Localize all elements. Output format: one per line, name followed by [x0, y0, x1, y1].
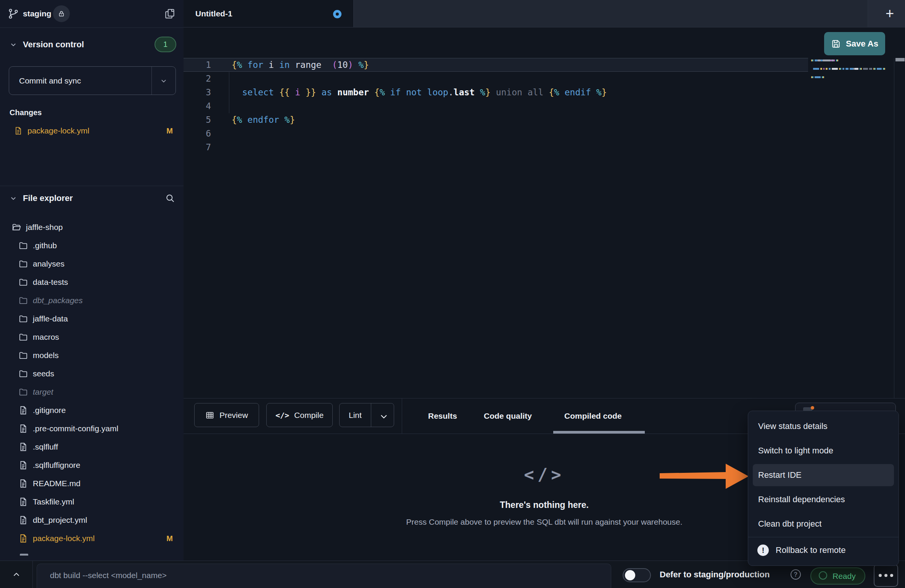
- alert-icon: !: [757, 545, 769, 556]
- menu-item-switch-to-light-mode[interactable]: Switch to light mode: [748, 439, 899, 463]
- tree-item-analyses[interactable]: analyses: [0, 255, 184, 273]
- tree-item-seeds[interactable]: seeds: [0, 365, 184, 383]
- chevron-down-icon: [10, 195, 17, 202]
- tab-compiled-code[interactable]: Compiled code: [564, 398, 622, 434]
- tree-item-label: .sqlfluffignore: [33, 461, 81, 470]
- menu-item-clean-dbt-project[interactable]: Clean dbt project: [748, 512, 899, 536]
- ide-options-menu: View status detailsSwitch to light modeR…: [748, 411, 899, 566]
- chevron-down-icon[interactable]: [379, 412, 386, 419]
- more-options-button[interactable]: [874, 564, 898, 587]
- chevron-up-icon: [12, 570, 21, 579]
- preview-label: Preview: [219, 411, 248, 420]
- file-explorer-header[interactable]: File explorer: [0, 189, 184, 207]
- line-content: {% for i in range (10) %}: [232, 60, 369, 70]
- button-divider: [151, 67, 152, 95]
- command-input[interactable]: dbt build --select <model_name>: [37, 564, 611, 588]
- folder-icon: [18, 350, 28, 360]
- commit-and-sync-button[interactable]: Commit and sync: [9, 66, 176, 95]
- tree-item-models[interactable]: models: [0, 346, 184, 365]
- tree-item-jaffle-data[interactable]: jaffle-data: [0, 310, 184, 328]
- tree-item-.sqlfluff[interactable]: .sqlfluff: [0, 438, 184, 456]
- tree-item-.pre-commit-config.yaml[interactable]: .pre-commit-config.yaml: [0, 419, 184, 438]
- line-number: 1: [184, 60, 211, 70]
- command-placeholder: dbt build --select <model_name>: [50, 564, 167, 587]
- tree-item-target[interactable]: target: [0, 383, 184, 401]
- preview-button[interactable]: Preview: [194, 403, 259, 427]
- minimap[interactable]: [811, 59, 892, 80]
- branch-header: staging: [0, 0, 184, 28]
- file-icon: [18, 515, 28, 525]
- new-tab-button[interactable]: +: [881, 5, 898, 22]
- file-icon: [18, 424, 28, 434]
- code-line-1[interactable]: 1{% for i in range (10) %}: [184, 58, 808, 72]
- minimap-line: [811, 59, 892, 64]
- code-line-5[interactable]: 5{% endfor %}: [184, 113, 808, 127]
- menu-item-restart-ide[interactable]: Restart IDE: [753, 464, 894, 486]
- tree-item-label: jaffle-data: [33, 314, 68, 323]
- tab-results[interactable]: Results: [428, 398, 457, 434]
- tree-item-package-lock.yml[interactable]: package-lock.ymlM: [0, 529, 184, 548]
- tree-item-macros[interactable]: macros: [0, 328, 184, 346]
- tree-item-label: Taskfile.yml: [33, 497, 74, 506]
- tree-item-dbt_packages[interactable]: dbt_packages: [0, 291, 184, 310]
- folder-icon: [18, 259, 28, 269]
- tab-code-quality[interactable]: Code quality: [484, 398, 532, 434]
- branch-name[interactable]: staging: [23, 0, 52, 27]
- unsaved-changes-dot-icon: [333, 10, 341, 18]
- tree-item-Taskfile.yml[interactable]: Taskfile.yml: [0, 493, 184, 511]
- tree-item-label: .sqlfluff: [33, 442, 58, 451]
- expand-command-bar-button[interactable]: [0, 561, 33, 588]
- changes-count-badge: 1: [155, 37, 176, 52]
- file-icon: [18, 497, 28, 507]
- tree-item-dbt_project.yml[interactable]: dbt_project.yml: [0, 511, 184, 529]
- menu-item-view-status-details[interactable]: View status details: [748, 414, 899, 439]
- folder-open-icon: [11, 222, 21, 232]
- tree-item-.gitignore[interactable]: .gitignore: [0, 401, 184, 419]
- code-line-2[interactable]: 2: [184, 72, 808, 85]
- code-editor[interactable]: 1{% for i in range (10) %}23 select {{ i…: [184, 27, 905, 398]
- tree-item-label: jaffle-shop: [26, 223, 63, 232]
- lint-button[interactable]: Lint: [339, 403, 394, 427]
- table-icon: [205, 411, 214, 420]
- notification-dot-icon: [811, 406, 814, 410]
- ellipsis-icon: [879, 574, 882, 577]
- status-badge[interactable]: Ready: [810, 567, 865, 585]
- editor-scrollbar-thumb[interactable]: [895, 58, 905, 61]
- tree-item-label: analyses: [33, 259, 64, 268]
- button-divider: [371, 403, 371, 427]
- tree-item-jaffle-shop[interactable]: jaffle-shop: [0, 218, 184, 236]
- minimap-line: [811, 72, 892, 76]
- status-ring-icon: [819, 571, 827, 580]
- menu-item-reinstall-dependencies[interactable]: Reinstall dependencies: [748, 487, 899, 512]
- defer-toggle[interactable]: [623, 568, 651, 582]
- compile-button[interactable]: </> Compile: [266, 403, 333, 427]
- code-line-4[interactable]: 4: [184, 99, 808, 113]
- help-icon[interactable]: ?: [791, 569, 801, 580]
- tree-item-.github[interactable]: .github: [0, 236, 184, 255]
- file-icon: [18, 533, 28, 543]
- save-as-button[interactable]: Save As: [824, 32, 885, 55]
- modified-badge: M: [166, 534, 173, 543]
- copy-icon[interactable]: [164, 8, 176, 19]
- menu-item-rollback-to-remote[interactable]: !Rollback to remote: [748, 538, 899, 562]
- line-number: 3: [184, 87, 211, 97]
- folder-icon: [18, 277, 28, 287]
- code-line-7[interactable]: 7: [184, 140, 808, 154]
- line-number: 2: [184, 74, 211, 84]
- tree-item-.sqlfluffignore[interactable]: .sqlfluffignore: [0, 456, 184, 474]
- tree-item-data-tests[interactable]: data-tests: [0, 273, 184, 291]
- tree-item-label: package-lock.yml: [33, 534, 95, 543]
- search-icon[interactable]: [165, 193, 176, 204]
- changes-heading: Changes: [10, 108, 42, 117]
- tree-item-label: macros: [33, 333, 59, 342]
- chevron-down-icon[interactable]: [160, 77, 167, 84]
- tab-untitled-1[interactable]: Untitled-1: [184, 0, 354, 27]
- lint-label: Lint: [349, 411, 362, 420]
- tree-item-README.md[interactable]: README.md: [0, 474, 184, 493]
- changed-file-row[interactable]: package-lock.yml M: [0, 122, 184, 140]
- annotation-arrow: [654, 461, 752, 492]
- line-number: 7: [184, 142, 211, 152]
- code-line-3[interactable]: 3 select {{ i }} as number {% if not loo…: [184, 85, 808, 99]
- file-tree: jaffle-shop.githubanalysesdata-testsdbt_…: [0, 218, 184, 548]
- code-line-6[interactable]: 6: [184, 127, 808, 140]
